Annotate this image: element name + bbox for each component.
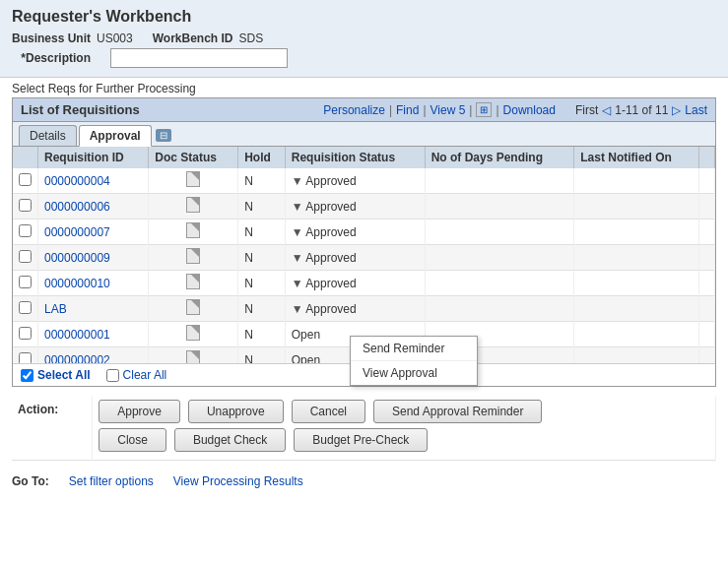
download-link[interactable]: Download (503, 103, 556, 117)
col-checkbox (13, 147, 38, 168)
status-dropdown-arrow[interactable]: ▼ (292, 200, 306, 214)
find-link[interactable]: Find (396, 103, 419, 117)
nav-first[interactable]: First (575, 103, 598, 117)
description-input[interactable] (110, 48, 288, 68)
row-checkbox[interactable] (19, 301, 32, 314)
close-button[interactable]: Close (99, 428, 166, 452)
last-notified-value (574, 296, 699, 322)
status-dropdown-arrow[interactable]: ▼ (292, 174, 306, 188)
unapprove-button[interactable]: Unapprove (188, 400, 284, 423)
req-id-link[interactable]: 0000000010 (44, 277, 110, 290)
doc-status-icon[interactable] (186, 325, 200, 341)
col-hold: Hold (238, 147, 286, 168)
description-label: *Description (12, 51, 91, 65)
budget-check-button[interactable]: Budget Check (174, 428, 286, 452)
row-checkbox[interactable] (19, 276, 32, 288)
business-unit-row: Business Unit US003 WorkBench ID SDS (12, 31, 716, 45)
clear-all-text: Clear All (123, 368, 167, 382)
hold-value: N (238, 245, 286, 271)
nav-last[interactable]: Last (685, 103, 707, 117)
set-filter-options-link[interactable]: Set filter options (69, 474, 154, 488)
tab-config-icon[interactable]: ⊟ (156, 129, 171, 142)
req-id-link[interactable]: 0000000007 (44, 225, 110, 239)
doc-status-icon[interactable] (186, 222, 200, 238)
last-notified-value (574, 194, 699, 220)
days-pending-value (425, 271, 574, 296)
doc-status-icon[interactable] (186, 350, 200, 363)
row-checkbox[interactable] (19, 352, 32, 364)
req-id-link[interactable]: 0000000002 (44, 353, 110, 364)
hold-value: N (238, 296, 286, 322)
goto-label: Go To: (12, 474, 49, 488)
list-panel-title: List of Requisitions (21, 102, 140, 117)
popup-send-reminder[interactable]: Send Reminder (351, 337, 477, 361)
col-last-notified: Last Notified On (574, 147, 699, 168)
status-dropdown-arrow[interactable]: ▼ (292, 225, 306, 239)
send-approval-reminder-button[interactable]: Send Approval Reminder (373, 400, 542, 423)
page-header: Requester's Workbench Business Unit US00… (0, 0, 728, 78)
status-dropdown-arrow[interactable]: ▼ (292, 251, 306, 265)
tab-approval[interactable]: Approval (79, 125, 152, 147)
req-id-link[interactable]: 0000000004 (44, 174, 110, 188)
action-section: Action: Approve Unapprove Cancel Send Ap… (0, 387, 728, 471)
status-dropdown-arrow[interactable]: ▼ (292, 302, 306, 316)
workbench-id-label: WorkBench ID (153, 31, 233, 45)
req-id-link[interactable]: 0000000009 (44, 251, 110, 265)
select-all-label[interactable]: Select All (21, 368, 91, 382)
req-id-link[interactable]: LAB (44, 302, 67, 316)
doc-status-icon[interactable] (186, 274, 200, 289)
req-status-value: Open (292, 328, 320, 342)
col-scroll-spacer (699, 147, 715, 168)
row-checkbox[interactable] (19, 199, 32, 212)
tabs-row: Details Approval ⊟ (13, 122, 715, 147)
table-row: 0000000009N▼ Approved (13, 245, 715, 271)
budget-pre-check-button[interactable]: Budget Pre-Check (294, 428, 428, 452)
row-checkbox[interactable] (19, 224, 32, 237)
table-row: 0000000010N▼ Approved (13, 271, 715, 296)
req-status-value: Approved (305, 174, 356, 188)
req-status-value: Approved (305, 251, 356, 265)
workbench-id-value: SDS (239, 31, 264, 45)
col-doc-status: Doc Status (149, 147, 238, 168)
table-container: Requisition ID Doc Status Hold Requisiti… (13, 147, 715, 363)
req-id-link[interactable]: 0000000006 (44, 200, 110, 214)
tab-details[interactable]: Details (19, 125, 77, 146)
popup-view-approval[interactable]: View Approval (351, 361, 477, 385)
view-processing-results-link[interactable]: View Processing Results (173, 474, 303, 488)
clear-all-checkbox[interactable] (106, 369, 119, 382)
days-pending-value (425, 220, 574, 245)
personalize-link[interactable]: Personalize (323, 103, 385, 117)
status-dropdown-arrow[interactable]: ▼ (292, 277, 306, 290)
row-checkbox[interactable] (19, 250, 32, 263)
doc-status-icon[interactable] (186, 171, 200, 187)
table-row: 0000000006N▼ Approved (13, 194, 715, 220)
req-id-link[interactable]: 0000000001 (44, 328, 110, 342)
view5-link[interactable]: View 5 (430, 103, 466, 117)
col-req-id: Requisition ID (38, 147, 149, 168)
goto-section: Go To: Set filter options View Processin… (0, 471, 728, 496)
req-status-value: Open (292, 353, 320, 364)
req-status-value: Approved (305, 225, 356, 239)
clear-all-label[interactable]: Clear All (106, 368, 167, 382)
last-notified-value (574, 245, 699, 271)
hold-value: N (238, 194, 286, 220)
nav-prev-icon[interactable]: ◁ (602, 103, 611, 117)
req-status-value: Approved (305, 277, 356, 290)
action-buttons-row1: Approve Unapprove Cancel Send Approval R… (99, 400, 709, 423)
row-checkbox[interactable] (19, 327, 32, 340)
col-req-status: Requisition Status (285, 147, 425, 168)
doc-status-icon[interactable] (186, 197, 200, 213)
table-header-row: Requisition ID Doc Status Hold Requisiti… (13, 147, 715, 168)
cancel-button[interactable]: Cancel (292, 400, 365, 423)
page-title: Requester's Workbench (12, 8, 716, 26)
nav-next-icon[interactable]: ▷ (672, 103, 681, 117)
doc-status-icon[interactable] (186, 248, 200, 264)
approve-button[interactable]: Approve (99, 400, 180, 423)
hold-value: N (238, 168, 286, 194)
row-checkbox[interactable] (19, 173, 32, 186)
select-all-checkbox[interactable] (21, 369, 33, 382)
doc-status-icon[interactable] (186, 299, 200, 315)
grid-icon[interactable]: ⊞ (476, 102, 492, 117)
days-pending-value (425, 194, 574, 220)
table-wrapper: Requisition ID Doc Status Hold Requisiti… (13, 147, 715, 363)
